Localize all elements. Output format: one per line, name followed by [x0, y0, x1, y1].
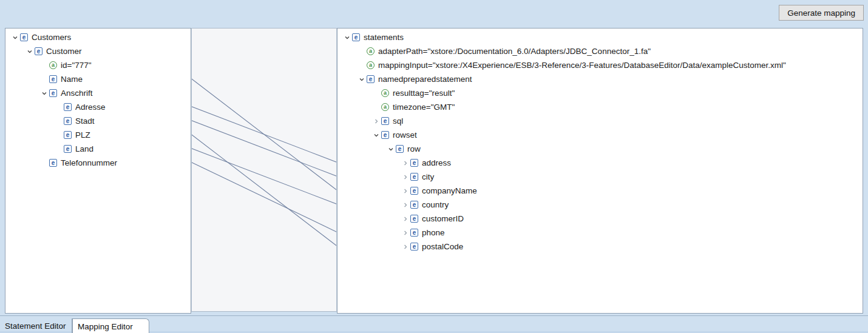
- tree-node-label: postalCode: [422, 242, 466, 251]
- chevron-placeholder: [54, 116, 64, 126]
- element-icon: e: [64, 145, 72, 153]
- editor-tab-strip: Statement Editor Mapping Editor: [0, 315, 868, 333]
- tree-node-label: mappingInput="xstore:/X4Experience/ESB/3…: [378, 61, 788, 70]
- tree-node-label: sql: [393, 116, 405, 126]
- mapping-line-Stadt-to-city[interactable]: [192, 121, 336, 177]
- mapping-line-Adresse-to-address[interactable]: [192, 107, 336, 163]
- attribute-icon: a: [49, 61, 57, 69]
- tree-node-label: adapterPath="xstore:/Documentation_6.0/A…: [378, 47, 653, 56]
- tree-row[interactable]: eCustomer: [5, 44, 191, 58]
- element-icon: e: [35, 47, 42, 55]
- tree-row[interactable]: enamedpreparedstatement: [337, 72, 863, 86]
- tree-node-label: namedpreparedstatement: [378, 75, 475, 84]
- chevron-right-icon[interactable]: [401, 158, 410, 168]
- chevron-right-icon[interactable]: [401, 228, 410, 238]
- tree-row[interactable]: ecity: [337, 170, 863, 184]
- tree-row[interactable]: amappingInput="xstore:/X4Experience/ESB/…: [337, 58, 863, 72]
- tree-row[interactable]: aadapterPath="xstore:/Documentation_6.0/…: [337, 44, 863, 58]
- tree-row[interactable]: eTelefonnummer: [5, 156, 191, 170]
- tree-row[interactable]: eAdresse: [5, 100, 191, 114]
- element-icon: e: [49, 89, 57, 97]
- tree-node-label: timezone="GMT": [393, 103, 457, 112]
- tree-node-label: row: [407, 144, 423, 153]
- chevron-placeholder: [54, 144, 64, 154]
- chevron-down-icon[interactable]: [10, 33, 20, 42]
- attribute-icon: a: [381, 89, 389, 97]
- chevron-down-icon[interactable]: [39, 89, 49, 98]
- tree-row[interactable]: ePLZ: [5, 128, 191, 142]
- tree-node-label: id="777": [61, 61, 94, 70]
- tab-mapping-editor[interactable]: Mapping Editor: [72, 318, 149, 333]
- chevron-placeholder: [39, 158, 49, 168]
- tree-row[interactable]: atimezone="GMT": [337, 100, 863, 114]
- tree-node-label: Telefonnummer: [61, 158, 120, 167]
- tree-row[interactable]: epostalCode: [337, 240, 863, 254]
- tree-node-label: PLZ: [75, 130, 93, 140]
- tree-node-label: Stadt: [75, 116, 97, 126]
- chevron-right-icon[interactable]: [371, 116, 381, 126]
- chevron-placeholder: [54, 130, 64, 140]
- tree-row[interactable]: esql: [337, 114, 863, 128]
- chevron-down-icon[interactable]: [357, 75, 367, 84]
- mapping-line-PLZ-to-postalCode[interactable]: [192, 135, 336, 246]
- chevron-down-icon[interactable]: [342, 33, 352, 42]
- tree-row[interactable]: aid="777": [5, 58, 191, 72]
- tree-row[interactable]: eAnschrift: [5, 86, 191, 100]
- element-icon: e: [410, 173, 418, 181]
- mapping-canvas: [191, 28, 337, 312]
- element-icon: e: [410, 243, 418, 251]
- chevron-right-icon[interactable]: [401, 214, 410, 224]
- element-icon: e: [49, 75, 57, 83]
- tree-row[interactable]: aresulttag="result": [337, 86, 863, 100]
- chevron-placeholder: [54, 103, 64, 112]
- chevron-right-icon[interactable]: [401, 172, 410, 182]
- chevron-right-icon[interactable]: [401, 186, 410, 196]
- tree-node-label: Adresse: [75, 103, 108, 112]
- attribute-icon: a: [367, 61, 375, 69]
- tree-row[interactable]: eCustomers: [5, 30, 191, 44]
- tree-row[interactable]: eStadt: [5, 114, 191, 128]
- tab-statement-editor[interactable]: Statement Editor: [0, 318, 72, 333]
- element-icon: e: [410, 215, 418, 223]
- tree-row[interactable]: eLand: [5, 142, 191, 156]
- chevron-right-icon[interactable]: [401, 200, 410, 210]
- chevron-placeholder: [39, 61, 49, 70]
- element-icon: e: [64, 103, 72, 111]
- tree-node-label: resulttag="result": [393, 89, 457, 98]
- mapping-line-Land-to-country[interactable]: [192, 149, 336, 204]
- tree-row[interactable]: erowset: [337, 128, 863, 142]
- tree-node-label: Land: [75, 144, 96, 153]
- chevron-placeholder: [371, 89, 381, 98]
- tree-row[interactable]: eName: [5, 72, 191, 86]
- tree-node-label: Customers: [32, 33, 73, 42]
- source-tree-panel: eCustomerseCustomeraid="777"eNameeAnschr…: [5, 28, 191, 314]
- tree-row[interactable]: ecustomerID: [337, 212, 863, 226]
- element-icon: e: [381, 131, 389, 139]
- chevron-down-icon[interactable]: [371, 130, 381, 140]
- element-icon: e: [410, 187, 418, 195]
- element-icon: e: [410, 201, 418, 209]
- tree-node-label: Anschrift: [61, 89, 95, 98]
- element-icon: e: [410, 159, 418, 167]
- tree-row[interactable]: ecountry: [337, 198, 863, 212]
- attribute-icon: a: [381, 103, 389, 111]
- toolbar: Generate mapping: [0, 0, 868, 28]
- tab-label: Statement Editor: [5, 321, 66, 331]
- tree-row[interactable]: ecompanyName: [337, 184, 863, 198]
- element-icon: e: [396, 145, 404, 153]
- element-icon: e: [410, 229, 418, 237]
- generate-mapping-button[interactable]: Generate mapping: [779, 5, 864, 21]
- tree-node-label: Name: [61, 75, 85, 84]
- chevron-down-icon[interactable]: [386, 144, 396, 154]
- element-icon: e: [381, 117, 389, 125]
- tree-row[interactable]: ephone: [337, 226, 863, 240]
- tree-row[interactable]: eaddress: [337, 156, 863, 170]
- chevron-right-icon[interactable]: [401, 242, 410, 252]
- tree-row[interactable]: erow: [337, 142, 863, 156]
- element-icon: e: [20, 33, 28, 41]
- tree-row[interactable]: estatements: [337, 30, 863, 44]
- tree-node-label: Customer: [46, 47, 84, 56]
- tree-node-label: city: [422, 172, 436, 181]
- tree-node-label: statements: [364, 33, 406, 42]
- chevron-down-icon[interactable]: [25, 47, 35, 56]
